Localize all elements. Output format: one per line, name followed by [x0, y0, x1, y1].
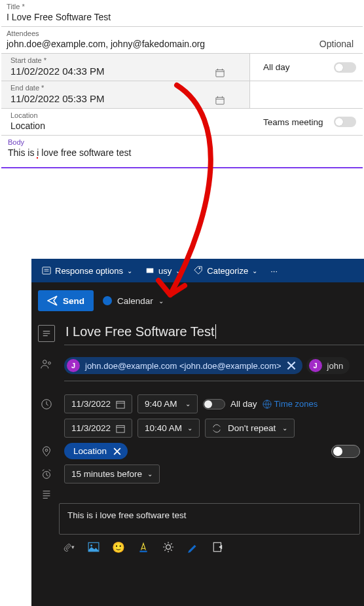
- title-label: Title *: [7, 3, 357, 10]
- outlook-menubar: Response options⌄ usy⌄ Categorize⌄ ···: [31, 259, 364, 282]
- location-field[interactable]: Location Location: [1, 109, 250, 135]
- start-date-label: Start date *: [10, 56, 244, 64]
- optional-link[interactable]: Optional: [319, 39, 357, 49]
- start-date-row: Start date * 11/02/2022 04:33 PM All day: [1, 53, 363, 81]
- tag-icon: [194, 266, 203, 275]
- svg-rect-15: [139, 551, 147, 552]
- datetime-start-row: 11/3/2022 9:40 AM⌄ All day Time zones: [33, 392, 364, 416]
- attendees-field[interactable]: Attendees john.doe@example.com, johny@fa…: [1, 26, 363, 53]
- insert-icon[interactable]: [212, 541, 224, 553]
- remove-icon[interactable]: [287, 361, 296, 370]
- more-menu[interactable]: ···: [266, 263, 282, 278]
- start-date-value: 11/02/2022 04:33 PM: [10, 66, 244, 77]
- send-icon: [47, 295, 58, 306]
- location-value: Location: [10, 121, 245, 131]
- start-time-input[interactable]: 9:40 AM⌄: [137, 394, 198, 413]
- repeat-selector[interactable]: Don't repeat⌄: [205, 419, 295, 438]
- outlook-topbar: Send Calendar ⌄: [31, 282, 364, 319]
- body-row: [33, 486, 364, 501]
- attendees-label: Attendees: [7, 29, 205, 37]
- image-icon[interactable]: [88, 541, 100, 553]
- description-icon: [35, 489, 58, 501]
- location-label: Location: [10, 111, 245, 119]
- reminder-row: 15 minutes before⌄: [33, 462, 364, 486]
- calendar-icon[interactable]: [215, 96, 225, 105]
- body-value: This is i love free software test: [8, 147, 357, 158]
- allday-label: All day: [263, 62, 290, 72]
- font-color-icon[interactable]: [137, 541, 149, 553]
- body-textarea[interactable]: This is i love free software test: [59, 503, 360, 535]
- start-date-input[interactable]: 11/3/2022: [64, 394, 132, 413]
- end-time-input[interactable]: 10:40 AM⌄: [137, 419, 200, 438]
- emoji-icon[interactable]: 🙂: [113, 541, 124, 553]
- location-chip[interactable]: Location: [64, 443, 128, 459]
- response-options-menu[interactable]: Response options⌄: [38, 263, 136, 278]
- attendees-input[interactable]: J john.doe@example.com <john.doe@example…: [64, 354, 364, 381]
- svg-rect-10: [117, 425, 124, 432]
- location-row: Location: [33, 440, 364, 462]
- title-icon: [35, 325, 58, 342]
- end-date-row: End date * 11/02/2022 05:33 PM: [1, 81, 363, 108]
- title-field[interactable]: Title * I Love Free Software Test: [1, 0, 363, 26]
- calendar-selector[interactable]: Calendar ⌄: [103, 296, 164, 306]
- reminder-icon: [35, 468, 58, 480]
- attendee-chip[interactable]: J john.doe@example.com <john.doe@example…: [64, 357, 302, 374]
- clock-icon: [35, 398, 58, 410]
- busy-icon: [145, 266, 155, 275]
- svg-rect-3: [147, 269, 154, 273]
- svg-point-16: [166, 545, 171, 550]
- attendees-row: J john.doe@example.com <john.doe@example…: [33, 352, 364, 384]
- start-date-field[interactable]: Start date * 11/02/2022 04:33 PM: [1, 54, 250, 81]
- svg-rect-0: [216, 70, 224, 77]
- location-icon: [35, 445, 58, 457]
- repeat-icon: [212, 424, 221, 433]
- event-title-input[interactable]: I Love Free Software Test: [64, 322, 364, 345]
- datetime-end-row: 11/3/2022 10:40 AM⌄ Don't repeat⌄: [33, 416, 364, 440]
- busy-menu[interactable]: usy⌄: [141, 263, 185, 278]
- svg-rect-2: [43, 267, 50, 275]
- body-label: Body: [8, 138, 357, 146]
- calendar-icon: [116, 424, 125, 433]
- source-form: Title * I Love Free Software Test Attend…: [0, 0, 364, 168]
- outlook-event-window: Response options⌄ usy⌄ Categorize⌄ ··· S…: [31, 259, 364, 606]
- timezones-link[interactable]: Time zones: [263, 399, 318, 409]
- categorize-menu[interactable]: Categorize⌄: [190, 263, 261, 278]
- globe-icon: [263, 400, 272, 409]
- allday-toggle[interactable]: [334, 62, 356, 73]
- calendar-dot-icon: [103, 296, 112, 305]
- online-meeting-toggle[interactable]: [331, 445, 360, 458]
- people-icon: [35, 354, 58, 370]
- attendees-value: john.doe@example.com, johny@fakedomain.o…: [7, 39, 205, 49]
- pen-icon[interactable]: [187, 541, 199, 553]
- title-value: I Love Free Software Test: [7, 12, 357, 22]
- title-row: I Love Free Software Test: [33, 319, 364, 348]
- teams-toggle[interactable]: [334, 117, 356, 127]
- allday-toggle[interactable]: [203, 399, 225, 409]
- avatar: J: [309, 359, 322, 372]
- attach-icon[interactable]: ▾: [63, 541, 75, 553]
- end-date-input[interactable]: 11/3/2022: [64, 419, 132, 438]
- attendee-chip[interactable]: J john: [306, 357, 350, 374]
- reminder-selector[interactable]: 15 minutes before⌄: [64, 464, 160, 483]
- svg-point-14: [90, 544, 92, 546]
- body-field[interactable]: Body This is i love free software test: [1, 135, 363, 168]
- calendar-icon[interactable]: [215, 68, 225, 77]
- remove-icon[interactable]: [113, 447, 121, 455]
- allday-label: All day: [230, 399, 257, 409]
- svg-point-6: [48, 362, 51, 364]
- svg-rect-8: [117, 401, 124, 408]
- send-button[interactable]: Send: [38, 290, 94, 311]
- svg-point-5: [43, 360, 46, 364]
- end-date-field[interactable]: End date * 11/02/2022 05:33 PM: [1, 81, 250, 108]
- location-row: Location Location Teams meeting: [1, 108, 363, 135]
- avatar: J: [67, 359, 80, 372]
- svg-point-11: [45, 449, 48, 451]
- svg-point-4: [199, 268, 200, 269]
- checklist-icon: [42, 266, 51, 275]
- teams-label: Teams meeting: [263, 117, 323, 127]
- end-date-value: 11/02/2022 05:33 PM: [10, 93, 244, 104]
- svg-rect-1: [216, 98, 224, 105]
- end-date-label: End date *: [10, 84, 244, 92]
- brightness-icon[interactable]: [162, 541, 174, 553]
- calendar-icon: [116, 400, 125, 409]
